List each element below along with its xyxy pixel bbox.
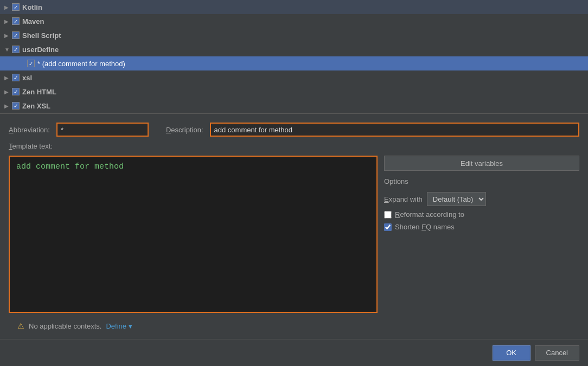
tree-checkbox[interactable]: ✓ bbox=[12, 88, 20, 95]
tree-item-zen-html[interactable]: ▶✓Zen HTML bbox=[0, 85, 588, 99]
tree-item-add-comment[interactable]: ✓* (add comment for method) bbox=[0, 56, 588, 70]
warning-icon: ⚠ bbox=[17, 322, 24, 330]
form-section: Abbreviation: Description: Template text… bbox=[0, 114, 588, 339]
tree-arrow: ▶ bbox=[4, 33, 12, 38]
reformat-label: Reformat according to bbox=[395, 210, 464, 219]
tree-item-kotlin[interactable]: ▶✓Kotlin bbox=[0, 0, 588, 14]
no-context-text: No applicable contexts. bbox=[29, 322, 101, 330]
bottom-bar: OK Cancel bbox=[0, 339, 588, 366]
ok-button[interactable]: OK bbox=[493, 345, 531, 361]
abbreviation-label: Abbreviation: bbox=[9, 126, 50, 134]
tree-label: Kotlin bbox=[22, 3, 42, 11]
tree-label: xsl bbox=[22, 74, 32, 82]
shorten-label: Shorten FQ names bbox=[395, 223, 455, 231]
tree-item-zen-xsl[interactable]: ▶✓Zen XSL bbox=[0, 99, 588, 113]
expand-select[interactable]: Default (Tab) bbox=[427, 192, 486, 206]
tree-arrow: ▶ bbox=[4, 4, 12, 10]
tree-checkbox[interactable]: ✓ bbox=[12, 102, 20, 110]
context-bar: ⚠ No applicable contexts. Define ▾ bbox=[9, 318, 579, 333]
tree-label: Shell Script bbox=[22, 31, 61, 40]
tree-arrow: ▶ bbox=[4, 103, 12, 109]
description-label: Description: bbox=[166, 126, 203, 134]
options-group: Options Expand with Default (Tab) Reform… bbox=[384, 177, 579, 231]
tree-item-user-define[interactable]: ▼✓userDefine bbox=[0, 42, 588, 56]
reformat-row: Reformat according to bbox=[384, 210, 579, 219]
options-title: Options bbox=[384, 177, 579, 185]
tree-label: Zen HTML bbox=[22, 88, 56, 96]
right-panel: Edit variables Options Expand with Defau… bbox=[384, 156, 579, 313]
description-input[interactable] bbox=[210, 123, 579, 137]
expand-row: Expand with Default (Tab) bbox=[384, 192, 579, 206]
shorten-row: Shorten FQ names bbox=[384, 223, 579, 231]
template-tree: ▶✓Kotlin▶✓Maven▶✓Shell Script▼✓userDefin… bbox=[0, 0, 588, 113]
tree-arrow: ▶ bbox=[4, 89, 12, 95]
tree-item-xsl[interactable]: ▶✓xsl bbox=[0, 70, 588, 85]
live-templates-dialog: ▶✓Kotlin▶✓Maven▶✓Shell Script▼✓userDefin… bbox=[0, 0, 588, 366]
tree-checkbox[interactable]: ✓ bbox=[12, 17, 20, 25]
tree-checkbox[interactable]: ✓ bbox=[12, 74, 20, 81]
tree-checkbox[interactable]: ✓ bbox=[27, 60, 35, 67]
tree-label: userDefine bbox=[22, 46, 59, 54]
cancel-button[interactable]: Cancel bbox=[535, 345, 579, 361]
shorten-checkbox[interactable] bbox=[384, 223, 392, 231]
reformat-checkbox[interactable] bbox=[384, 211, 392, 219]
tree-label: * (add comment for method) bbox=[37, 60, 125, 68]
tree-label: Zen XSL bbox=[22, 102, 50, 110]
abbreviation-description-row: Abbreviation: Description: bbox=[9, 123, 579, 137]
tree-label: Maven bbox=[22, 17, 44, 25]
template-tree-wrapper: ▶✓Kotlin▶✓Maven▶✓Shell Script▼✓userDefin… bbox=[0, 0, 588, 113]
tree-arrow: ▼ bbox=[4, 47, 12, 53]
tree-checkbox[interactable]: ✓ bbox=[12, 3, 20, 11]
edit-variables-button[interactable]: Edit variables bbox=[384, 156, 579, 171]
tree-arrow: ▶ bbox=[4, 18, 12, 24]
define-link[interactable]: Define ▾ bbox=[106, 322, 132, 330]
template-text-label-row: Template text: bbox=[9, 142, 579, 150]
tree-checkbox[interactable]: ✓ bbox=[12, 46, 20, 53]
tree-arrow: ▶ bbox=[4, 75, 12, 81]
abbreviation-input[interactable] bbox=[56, 123, 149, 137]
template-area-row: add comment for method Edit variables Op… bbox=[9, 156, 579, 313]
tree-item-shell-script[interactable]: ▶✓Shell Script bbox=[0, 28, 588, 42]
tree-checkbox[interactable]: ✓ bbox=[12, 31, 20, 39]
tree-item-maven[interactable]: ▶✓Maven bbox=[0, 14, 588, 28]
template-textarea[interactable]: add comment for method bbox=[9, 156, 378, 313]
